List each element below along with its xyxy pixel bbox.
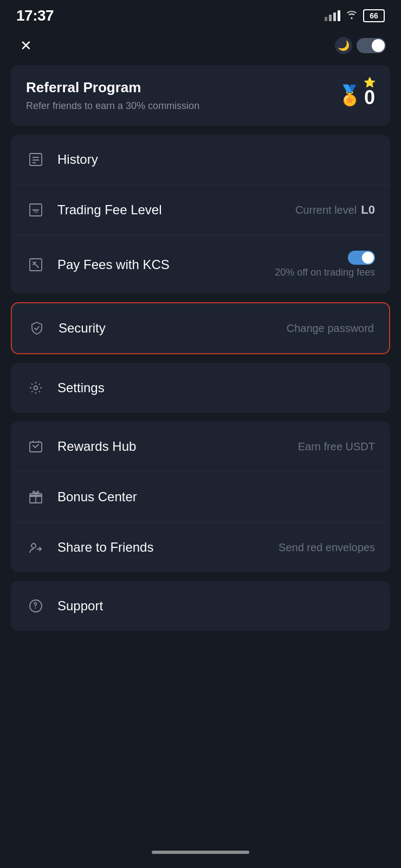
- toggle-switch[interactable]: [357, 38, 386, 53]
- security-label: Security: [59, 321, 106, 336]
- home-bar: [152, 851, 249, 854]
- share-friends-right: Send red envelopes: [279, 541, 375, 554]
- svg-rect-0: [30, 154, 42, 165]
- pay-fees-right: 20% off on trading fees: [275, 251, 375, 278]
- svg-text:%: %: [34, 209, 38, 214]
- svg-point-12: [31, 544, 36, 548]
- rewards-hub-label: Rewards Hub: [57, 439, 136, 454]
- toggle-knob: [372, 39, 385, 52]
- close-icon: ✕: [20, 39, 32, 53]
- security-card[interactable]: Security Change password: [11, 302, 390, 354]
- close-button[interactable]: ✕: [15, 35, 37, 56]
- laurel-left-icon: 🏅: [338, 84, 362, 107]
- menu-item-support[interactable]: Support: [11, 581, 390, 631]
- status-time: 17:37: [16, 7, 54, 24]
- referral-subtitle: Refer friends to earn a 30% commission: [26, 100, 199, 112]
- support-label: Support: [57, 598, 103, 614]
- bonus-center-icon: [26, 487, 46, 507]
- menu-item-trading-fee[interactable]: % Trading Fee Level Current level L0: [11, 185, 390, 235]
- menu-item-share-friends[interactable]: Share to Friends Send red envelopes: [11, 522, 390, 572]
- security-icon: [27, 318, 47, 338]
- settings-label: Settings: [57, 380, 105, 395]
- section-card-settings: Settings: [11, 363, 390, 413]
- kcs-toggle[interactable]: [348, 251, 375, 265]
- menu-item-rewards-hub[interactable]: Rewards Hub Earn free USDT: [11, 422, 390, 472]
- history-icon: [26, 150, 46, 169]
- trading-fee-icon: %: [26, 200, 46, 220]
- top-nav: ✕ 🌙: [0, 29, 401, 65]
- moon-icon: 🌙: [335, 37, 352, 54]
- dark-mode-toggle[interactable]: 🌙: [335, 37, 386, 54]
- trading-fee-right: Current level L0: [295, 203, 375, 217]
- support-icon: [26, 596, 46, 616]
- rewards-hub-icon: [26, 437, 46, 456]
- svg-point-16: [30, 600, 42, 612]
- menu-item-settings[interactable]: Settings: [11, 363, 390, 413]
- referral-card[interactable]: Referral Program Refer friends to earn a…: [11, 65, 390, 126]
- referral-badge: 🏅 ⭐ 0: [338, 82, 375, 109]
- menu-item-security[interactable]: Security Change password: [12, 303, 389, 353]
- section-card-rewards: Rewards Hub Earn free USDT Bonus Center: [11, 422, 390, 572]
- section-card-support: Support: [11, 581, 390, 631]
- star-icon: ⭐: [364, 76, 376, 88]
- svg-point-8: [34, 386, 38, 390]
- trading-fee-label: Trading Fee Level: [57, 202, 162, 218]
- share-friends-label: Share to Friends: [57, 540, 153, 555]
- rewards-hub-right: Earn free USDT: [298, 441, 375, 453]
- status-icons: 66: [325, 9, 385, 22]
- security-right: Change password: [287, 322, 374, 335]
- menu-item-pay-fees[interactable]: Pay Fees with KCS 20% off on trading fee…: [11, 235, 390, 293]
- laurel-wreath: 🏅 ⭐ 0: [338, 82, 375, 109]
- pay-fees-label: Pay Fees with KCS: [57, 257, 170, 272]
- signal-icon: [325, 10, 340, 21]
- referral-text: Referral Program Refer friends to earn a…: [26, 79, 199, 112]
- share-friends-icon: [26, 538, 46, 557]
- battery-icon: 66: [363, 9, 385, 22]
- referral-title: Referral Program: [26, 79, 199, 96]
- kcs-toggle-knob: [362, 252, 374, 264]
- badge-count: 0: [364, 86, 375, 109]
- bonus-center-label: Bonus Center: [57, 489, 137, 505]
- wifi-icon: [346, 10, 358, 22]
- section-card-group1: History % Trading Fee Level Current leve…: [11, 135, 390, 293]
- settings-icon: [26, 378, 46, 398]
- svg-point-17: [35, 608, 36, 609]
- pay-fees-icon: [26, 255, 46, 275]
- status-bar: 17:37 66: [0, 0, 401, 29]
- menu-item-history[interactable]: History: [11, 135, 390, 185]
- home-indicator: [0, 842, 401, 863]
- history-label: History: [57, 152, 98, 167]
- menu-item-bonus-center[interactable]: Bonus Center: [11, 472, 390, 522]
- kcs-discount: 20% off on trading fees: [275, 267, 375, 278]
- badge-center: ⭐ 0: [364, 82, 375, 109]
